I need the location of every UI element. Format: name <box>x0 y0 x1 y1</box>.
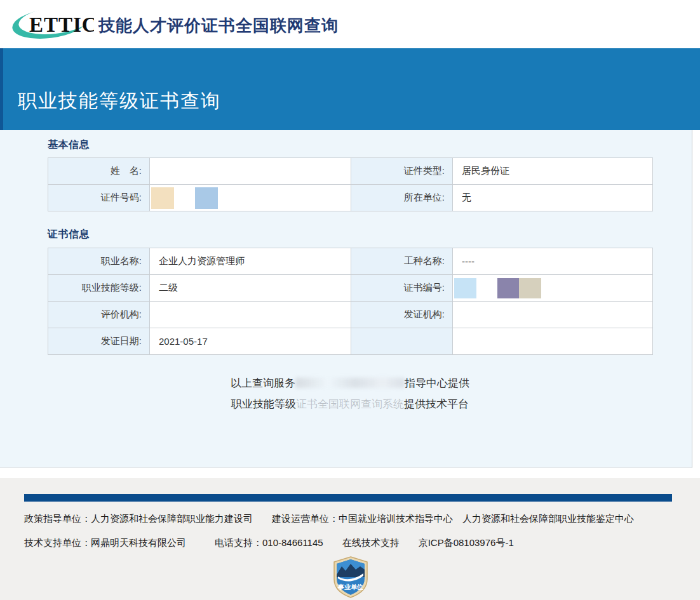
table-row: 姓 名: 证件类型: 居民身份证 <box>48 158 653 185</box>
work-type-value: ---- <box>453 248 653 275</box>
redaction-block <box>519 278 541 298</box>
redaction-blur <box>295 378 405 388</box>
table-row: 发证日期: 2021-05-17 <box>48 328 653 355</box>
footer-org-line: 政策指导单位：人力资源和社会保障部职业能力建设司 建设运营单位：中国就业培训技术… <box>24 513 634 525</box>
name-value <box>150 158 351 185</box>
cert-info-heading: 证书信息 <box>48 228 90 241</box>
note2-faded: 证书全国联网查询系统 <box>296 398 404 410</box>
query-result-card: 基本信息 姓 名: 证件类型: 居民身份证 证件号码: 所在单位: 无 证书信息… <box>0 130 692 468</box>
evaluation-org-label: 评价机构: <box>48 302 150 328</box>
redaction-block <box>195 187 218 209</box>
work-type-label: 工种名称: <box>351 248 453 275</box>
service-note-line1: 以上查询服务指导中心提供 <box>48 373 652 394</box>
note1-suffix: 指导中心提供 <box>405 377 469 389</box>
table-row: 证件号码: 所在单位: 无 <box>48 185 653 211</box>
ettic-swoosh-icon: ETTIC <box>10 6 94 41</box>
footer-support-line: 技术支持单位：网鼎明天科技有限公司 电话支持：010-84661145 在线技术… <box>24 537 514 549</box>
note2-suffix: 提供技术平台 <box>404 398 469 410</box>
occupation-label: 职业名称: <box>48 248 150 275</box>
issue-date-label: 发证日期: <box>48 328 150 355</box>
evaluation-org-value <box>150 302 351 328</box>
empty-label-cell <box>351 328 453 355</box>
skill-level-value: 二级 <box>150 275 351 302</box>
table-row: 职业名称: 企业人力资源管理师 工种名称: ---- <box>48 248 653 275</box>
issuing-org-label: 发证机构: <box>351 302 453 328</box>
ettic-logo: ETTIC <box>10 6 94 43</box>
empty-value-cell <box>453 328 653 355</box>
basic-info-table: 姓 名: 证件类型: 居民身份证 证件号码: 所在单位: 无 <box>48 157 653 211</box>
note1-prefix: 以上查询服务 <box>231 377 295 389</box>
page-banner: 职业技能等级证书查询 <box>0 48 700 130</box>
skill-level-label: 职业技能等级: <box>48 275 150 302</box>
id-type-value: 居民身份证 <box>453 158 653 185</box>
basic-info-heading: 基本信息 <box>48 138 90 152</box>
id-number-label: 证件号码: <box>48 185 150 211</box>
employer-label: 所在单位: <box>351 185 453 211</box>
cert-number-label: 证书编号: <box>351 275 453 302</box>
employer-value: 无 <box>453 185 653 211</box>
logo-text: ETTIC <box>29 13 94 36</box>
redaction-block <box>151 187 174 209</box>
issuing-org-value <box>453 302 653 328</box>
page-header: ETTIC 技能人才评价证书全国联网查询 <box>0 0 700 48</box>
id-type-label: 证件类型: <box>351 158 453 185</box>
service-note-line2: 职业技能等级证书全国联网查询系统提供技术平台 <box>48 394 652 415</box>
page-title: 职业技能等级证书查询 <box>18 88 221 114</box>
cert-number-value <box>453 275 653 302</box>
site-title: 技能人才评价证书全国联网查询 <box>98 15 339 37</box>
footer-divider-bar <box>24 494 672 502</box>
name-label: 姓 名: <box>48 158 150 185</box>
redaction-block <box>497 278 519 298</box>
badge-label: 事业单位 <box>337 583 363 590</box>
table-row: 评价机构: 发证机构: <box>48 302 653 328</box>
public-institution-badge[interactable]: 事业单位 <box>331 556 370 600</box>
occupation-value: 企业人力资源管理师 <box>150 248 351 275</box>
page-footer: 政策指导单位：人力资源和社会保障部职业能力建设司 建设运营单位：中国就业培训技术… <box>0 478 700 600</box>
redaction-block <box>454 278 476 298</box>
table-row: 职业技能等级: 二级 证书编号: <box>48 275 653 302</box>
service-notes: 以上查询服务指导中心提供 职业技能等级证书全国联网查询系统提供技术平台 <box>48 373 652 415</box>
note2-prefix: 职业技能等级 <box>231 398 296 410</box>
issue-date-value: 2021-05-17 <box>150 328 351 355</box>
id-number-value <box>150 185 351 211</box>
cert-info-table: 职业名称: 企业人力资源管理师 工种名称: ---- 职业技能等级: 二级 证书… <box>48 248 653 355</box>
